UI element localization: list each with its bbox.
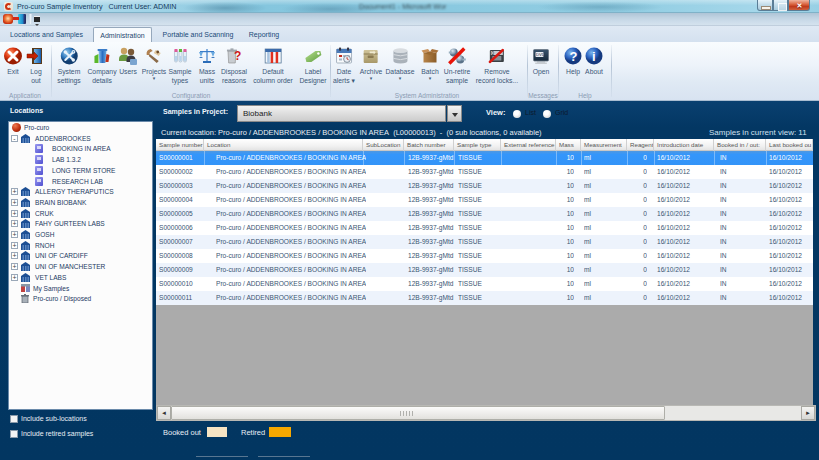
svg-text:?: ? [234, 49, 241, 63]
svg-text:i: i [592, 49, 596, 64]
svg-text:0: 0 [492, 50, 495, 56]
svg-text:DVD: DVD [536, 52, 545, 57]
svg-text:?: ? [570, 49, 578, 64]
